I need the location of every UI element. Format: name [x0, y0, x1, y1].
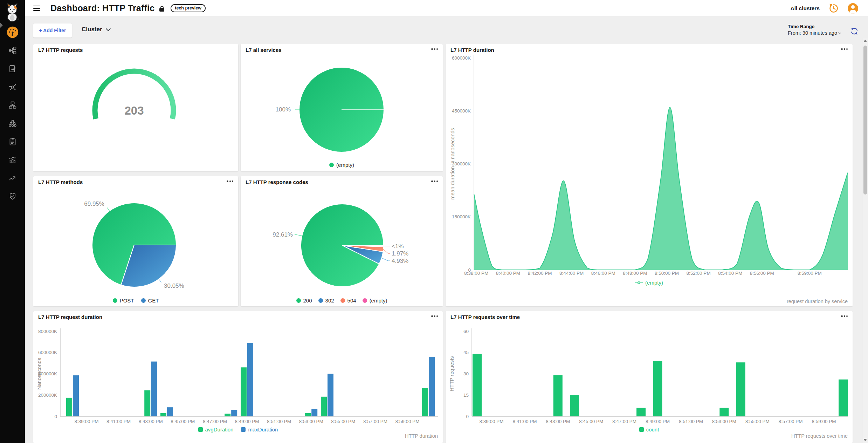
- pie-chart[interactable]: 69.95%30.05%: [33, 176, 238, 306]
- legend-item[interactable]: (empty): [635, 280, 663, 286]
- svg-text:8:49:00 PM: 8:49:00 PM: [235, 419, 259, 424]
- legend-swatch: [363, 298, 367, 303]
- sidebar-item-service-map[interactable]: [6, 44, 19, 56]
- legend-item[interactable]: (empty): [329, 162, 354, 168]
- svg-text:8:40:00 PM: 8:40:00 PM: [496, 271, 520, 276]
- app: Dashboard: HTTP Traffic tech preview All…: [0, 0, 868, 443]
- svg-text:800000K: 800000K: [38, 329, 57, 334]
- page-title: Dashboard: HTTP Traffic: [50, 3, 154, 13]
- legend-item[interactable]: count: [639, 427, 659, 432]
- legend-item[interactable]: avgDuration: [198, 427, 234, 432]
- legend-item[interactable]: (empty): [363, 298, 387, 304]
- svg-text:69.95%: 69.95%: [84, 200, 104, 207]
- scrollbar[interactable]: [862, 38, 868, 443]
- legend-item[interactable]: 200: [296, 298, 312, 304]
- panel-title: L7 HTTP request duration: [38, 314, 102, 320]
- chevron-down-icon: [838, 31, 841, 34]
- svg-text:8:49:00 PM: 8:49:00 PM: [646, 419, 670, 424]
- sidebar-item-clusters[interactable]: [6, 117, 19, 129]
- svg-text:8:38:00 PM: 8:38:00 PM: [464, 271, 488, 276]
- svg-text:150000K: 150000K: [452, 214, 471, 219]
- svg-text:8:54:00 PM: 8:54:00 PM: [718, 271, 742, 276]
- time-range-value[interactable]: From: 30 minutes ago: [788, 30, 841, 36]
- pie-chart[interactable]: 92.61%4.93%1.97%<1%: [241, 176, 443, 306]
- sidebar-item-reports[interactable]: [6, 62, 19, 75]
- topbar: Dashboard: HTTP Traffic tech preview All…: [25, 0, 868, 17]
- legend-item[interactable]: 504: [340, 298, 356, 304]
- sidebar-item-dashboards[interactable]: [6, 26, 19, 38]
- panel-menu-icon[interactable]: [227, 180, 233, 182]
- sidebar-item-processes[interactable]: [6, 81, 19, 93]
- svg-text:600000K: 600000K: [38, 350, 57, 355]
- svg-text:200000K: 200000K: [38, 393, 57, 398]
- svg-text:30.05%: 30.05%: [164, 282, 184, 289]
- legend-item[interactable]: POST: [113, 298, 134, 304]
- svg-text:8:47:00 PM: 8:47:00 PM: [203, 419, 227, 424]
- legend-swatch: [639, 427, 644, 432]
- panel-l7-all-services: L7 all services 100% (empty): [241, 44, 443, 171]
- add-filter-button[interactable]: + Add Filter: [33, 23, 72, 38]
- svg-text:8:48:00 PM: 8:48:00 PM: [623, 271, 647, 276]
- cluster-scope-selector[interactable]: All clusters: [790, 5, 820, 12]
- area-chart[interactable]: 0150000K300000K450000K600000K8:38:00 PM8…: [446, 44, 853, 306]
- svg-text:8:52:00 PM: 8:52:00 PM: [687, 271, 711, 276]
- bar-chart[interactable]: 0200000K400000K600000K800000K8:39:00 PM8…: [33, 311, 443, 443]
- trend-up-icon: [8, 174, 17, 182]
- sidebar-item-metrics[interactable]: [6, 154, 19, 166]
- network-tree-icon: [8, 46, 17, 55]
- scrollbar-down-arrow-icon[interactable]: [863, 439, 867, 441]
- svg-text:15: 15: [463, 393, 469, 398]
- svg-text:HTTP requests: HTTP requests: [449, 356, 455, 391]
- svg-text:92.61%: 92.61%: [273, 231, 293, 238]
- gauge-icon: [7, 26, 19, 38]
- history-icon[interactable]: [828, 3, 839, 14]
- legend-swatch: [198, 427, 203, 432]
- legend-item[interactable]: maxDuration: [241, 427, 278, 432]
- bar-chart[interactable]: 0153045608:39:00 PM8:41:00 PM8:43:00 PM8…: [446, 311, 853, 443]
- sidebar-item-audit[interactable]: [6, 135, 19, 148]
- line-series-icon: [635, 281, 643, 285]
- panel-menu-icon[interactable]: [431, 48, 438, 50]
- panel-title: L7 HTTP methods: [38, 179, 83, 185]
- panel-menu-icon[interactable]: [431, 315, 438, 317]
- app-logo[interactable]: [4, 3, 20, 22]
- molecule-icon: [8, 83, 17, 91]
- panel-menu-icon[interactable]: [841, 315, 848, 317]
- svg-text:8:55:00 PM: 8:55:00 PM: [331, 419, 355, 424]
- panel-menu-icon[interactable]: [841, 48, 848, 50]
- svg-text:450000K: 450000K: [452, 108, 471, 114]
- sidebar-item-security[interactable]: [6, 190, 19, 202]
- svg-text:30: 30: [463, 371, 469, 376]
- user-avatar[interactable]: [848, 3, 858, 14]
- sidebar-item-trends[interactable]: [6, 172, 19, 184]
- lock-icon: [159, 8, 164, 12]
- legend-swatch: [141, 298, 146, 303]
- svg-text:8:57:00 PM: 8:57:00 PM: [363, 419, 387, 424]
- chart-legend: POST GET: [33, 298, 238, 304]
- sidebar-item-topology[interactable]: [6, 99, 19, 111]
- legend-item[interactable]: 302: [318, 298, 334, 304]
- svg-text:8:45:00 PM: 8:45:00 PM: [171, 419, 195, 424]
- svg-text:8:57:00 PM: 8:57:00 PM: [779, 419, 803, 424]
- cluster-circles-icon: [8, 119, 17, 128]
- document-edit-icon: [8, 64, 17, 73]
- pie-chart[interactable]: 100%: [241, 44, 443, 171]
- panel-menu-icon[interactable]: [431, 180, 438, 182]
- legend-item[interactable]: GET: [141, 298, 159, 304]
- cluster-filter-dropdown[interactable]: Cluster: [82, 26, 110, 33]
- scrollbar-up-arrow-icon[interactable]: [863, 40, 867, 42]
- svg-text:8:39:00 PM: 8:39:00 PM: [74, 419, 98, 424]
- svg-text:8:53:00 PM: 8:53:00 PM: [299, 419, 323, 424]
- scrollbar-thumb[interactable]: [863, 46, 867, 195]
- svg-text:8:41:00 PM: 8:41:00 PM: [106, 419, 131, 424]
- svg-text:8:39:00 PM: 8:39:00 PM: [479, 419, 503, 424]
- svg-text:600000K: 600000K: [452, 55, 471, 61]
- refresh-icon[interactable]: [850, 27, 859, 36]
- sidebar-nav: [0, 26, 25, 202]
- panel-title: L7 HTTP requests over time: [450, 314, 520, 320]
- chart-footer: request duration by service: [787, 299, 848, 304]
- hamburger-menu-icon[interactable]: [33, 6, 40, 11]
- panel-l7-http-requests-over-time: L7 HTTP requests over time 0153045608:39…: [446, 311, 853, 443]
- chevron-down-icon: [106, 26, 111, 31]
- svg-text:8:43:00 PM: 8:43:00 PM: [546, 419, 570, 424]
